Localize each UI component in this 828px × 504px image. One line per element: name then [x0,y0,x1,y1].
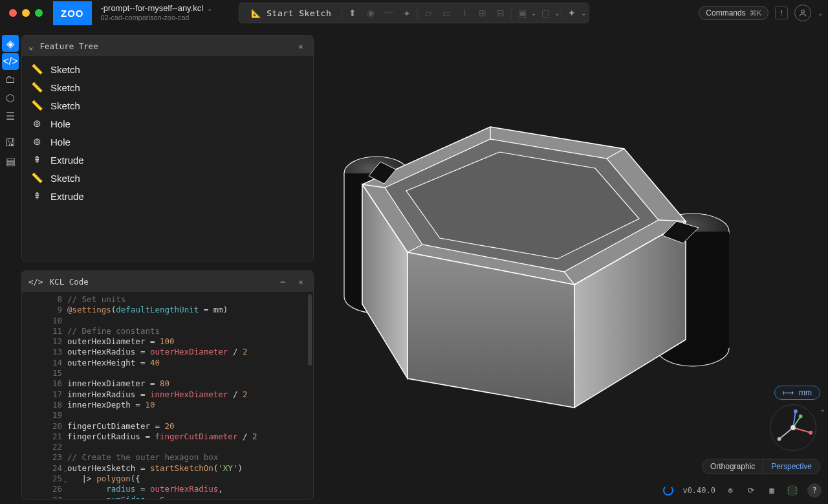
rail-save-icon[interactable]: 🖫 [2,135,19,151]
boolean-tool-icon[interactable]: ▣ [513,4,531,22]
feature-tree-header[interactable]: ⌄ Feature Tree ✕ [22,36,313,56]
maximize-window[interactable] [35,9,43,17]
file-name: -prompt--for-myself--any.kcl [101,4,204,14]
ai-sparkle-icon[interactable]: ✦ [563,4,581,22]
svg-point-18 [799,415,803,419]
caret-icon: ⌄ [28,41,34,51]
main-toolbar: 📐 Start Sketch ⬆ ◉ 〰 ⌖ ▱ ▭ ⌇ ⊞ ⊟ ▣ ⌄ ▢ ⌄… [239,3,589,23]
feature-tree-item[interactable]: 📏Sketch [22,96,313,115]
extrude-icon: ⇞ [31,190,43,202]
help-icon[interactable]: ? [807,483,822,498]
chevron-down-icon[interactable]: ⌄ [531,10,536,17]
code-panel: </> KCL Code ⋯ ✕ 89101112131415161718192… [21,270,314,499]
feature-tree-item[interactable]: ⊚Hole [22,133,313,151]
sweep-tool-icon[interactable]: 〰 [380,4,398,22]
close-icon[interactable]: ✕ [295,277,307,287]
rail-list-icon[interactable]: ☰ [2,107,19,124]
loading-spinner-icon [663,485,673,496]
start-sketch-button[interactable]: 📐 Start Sketch [242,8,340,18]
extrude-icon: ⇞ [31,154,43,166]
file-info[interactable]: -prompt--for-myself--any.kcl ⌄ 02-cad-co… [101,4,213,22]
code-editor[interactable]: 89101112131415161718192021222324⌄25⌄2627… [22,292,313,499]
viewport-3d[interactable]: ⟼ mm ⌄ Orthographic Perspective v0.40.0 … [317,26,828,504]
ruler-icon: ⟼ [783,388,794,397]
offset-plane-icon[interactable]: ▭ [437,4,455,22]
minimize-window[interactable] [22,9,30,17]
ruler-icon: 📏 [31,172,43,184]
chevron-down-icon[interactable]: ⌄ [820,405,825,413]
version-label: v0.40.0 [682,486,715,495]
feature-tree-item[interactable]: 📏Sketch [22,78,313,96]
orthographic-option[interactable]: Orthographic [703,459,763,474]
ruler-icon: 📏 [31,63,43,75]
connection-status-icon[interactable]: ⋮⋮ [787,485,798,496]
rail-code-icon[interactable]: </> [2,53,19,70]
rail-files-icon[interactable]: 🗀 [2,71,19,88]
feature-label: Hole [50,118,71,129]
feature-tree-item[interactable]: 📏Sketch [22,169,313,187]
revolve-tool-icon[interactable]: ◉ [362,4,380,22]
feature-label: Sketch [50,82,80,93]
chevron-down-icon[interactable]: ⌄ [818,10,823,17]
reload-icon[interactable]: ⟳ [745,485,757,496]
feature-label: Sketch [50,64,80,75]
pattern-tool-icon[interactable]: ⊞ [474,4,492,22]
panel-layout-icon[interactable]: ▦ [766,485,778,496]
rail-variables-icon[interactable]: ⬡ [2,89,19,106]
feature-label: Sketch [50,173,80,184]
feature-tree-panel: ⌄ Feature Tree ✕ 📏Sketch📏Sketch📏Sketch⊚H… [21,35,314,261]
rail-feature-tree-icon[interactable]: ◈ [2,35,19,52]
units-pill[interactable]: ⟼ mm [774,386,820,400]
export-tool-icon[interactable]: ▢ [536,4,554,22]
model-preview [317,26,828,504]
projection-toggle[interactable]: Orthographic Perspective [702,459,820,474]
ruler-icon: 📏 [31,100,43,111]
commands-button[interactable]: Commands ⌘K [699,6,768,20]
scrollbar[interactable] [308,294,312,366]
svg-point-19 [790,425,796,430]
hole-icon: ⊚ [31,118,43,129]
project-name: 02-cad-comparison-zoo-cad [101,14,213,22]
feature-label: Extrude [50,191,84,202]
start-sketch-label: Start Sketch [267,8,331,18]
close-window[interactable] [9,9,17,17]
svg-point-12 [809,431,812,435]
mirror-tool-icon[interactable]: ⊟ [492,4,510,22]
feature-tree-item[interactable]: 📏Sketch [22,60,313,78]
close-icon[interactable]: ✕ [295,41,307,51]
loft-tool-icon[interactable]: ⌖ [398,4,416,22]
hole-icon: ⊚ [31,136,43,148]
perspective-option[interactable]: Perspective [763,459,820,474]
window-controls [9,9,43,17]
feature-tree-item[interactable]: ⊚Hole [22,115,313,133]
feature-tree-item[interactable]: ⇞Extrude [22,151,313,169]
rail-debug-icon[interactable]: ▤ [2,153,19,170]
svg-point-0 [801,10,805,13]
units-label: mm [799,388,812,397]
feature-label: Sketch [50,100,80,111]
chevron-down-icon[interactable]: ⌄ [207,5,212,13]
axis-gizmo[interactable] [770,404,816,451]
settings-gear-icon[interactable]: ⚙ [724,485,736,496]
chevron-down-icon[interactable]: ⌄ [554,10,560,17]
left-rail: ◈ </> 🗀 ⬡ ☰ 🖫 ▤ [0,31,21,170]
status-bar: v0.40.0 ⚙ ⟳ ▦ ⋮⋮ ? [663,483,822,498]
code-icon: </> [28,277,43,287]
chevron-down-icon[interactable]: ⌄ [581,10,586,17]
extrude-tool-icon[interactable]: ⬆ [343,4,362,22]
plane-tool-icon[interactable]: ▱ [419,4,437,22]
svg-line-11 [793,428,811,433]
helix-tool-icon[interactable]: ⌇ [455,4,474,22]
more-icon[interactable]: ⋯ [277,277,289,287]
feature-tree-item[interactable]: ⇞Extrude [22,187,313,205]
user-avatar[interactable] [794,5,811,21]
svg-line-15 [779,428,793,439]
svg-point-16 [778,437,781,441]
code-panel-header[interactable]: </> KCL Code ⋯ ✕ [22,271,313,292]
notifications-icon[interactable]: ! [775,6,788,19]
app-logo[interactable]: ZOO [53,1,92,25]
feature-label: Extrude [50,155,84,166]
commands-shortcut: ⌘K [750,9,761,17]
feature-label: Hole [50,137,71,148]
commands-label: Commands [706,8,745,17]
